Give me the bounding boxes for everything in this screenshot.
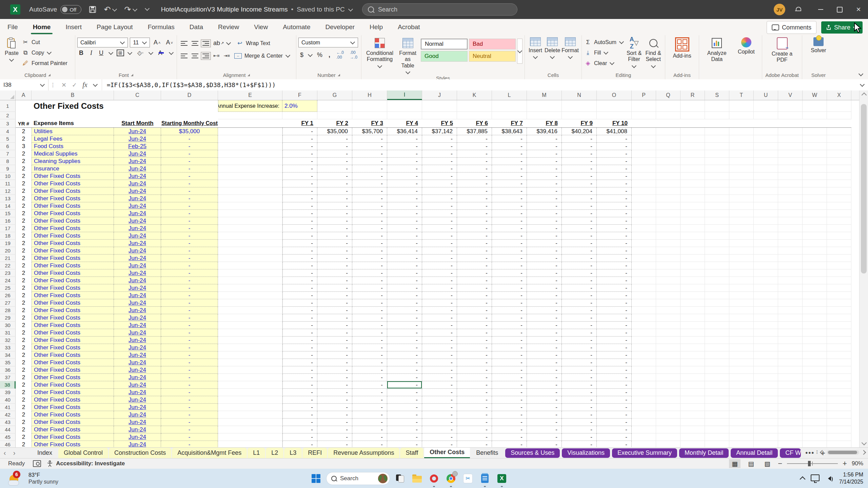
row-header-46[interactable]: 46 [0,441,16,447]
cell[interactable] [754,337,778,344]
underline-button[interactable]: U [97,49,105,57]
fy-value-cell[interactable]: - [457,262,492,269]
cell[interactable] [778,329,803,337]
yr-cell[interactable]: 2 [16,172,32,180]
fy-value-cell[interactable]: - [317,255,352,262]
cell[interactable] [218,404,282,411]
row-header-11[interactable]: 11 [0,180,16,187]
fy-value-cell[interactable]: - [492,337,527,344]
fy-value-cell[interactable]: - [562,135,597,143]
sort-filter-dropdown-icon[interactable] [632,63,636,68]
expense-item-cell[interactable]: Other Fixed Costs [32,195,114,202]
cell[interactable] [632,351,656,359]
fy-value-cell[interactable]: - [597,337,632,344]
fy-value-cell[interactable]: - [352,322,387,329]
cell[interactable] [827,292,851,299]
column-header-V[interactable]: V [778,90,803,100]
fy-value-cell[interactable]: - [492,404,527,411]
fy-value-cell[interactable]: - [387,150,422,158]
fy-value-cell[interactable]: - [457,202,492,210]
fy-value-cell[interactable]: - [387,433,422,441]
fy-value-cell[interactable]: - [527,143,562,150]
start-month-cell[interactable]: Jun-24 [114,255,161,262]
row-header-9[interactable]: 9 [0,165,16,172]
cell[interactable] [827,135,851,143]
cell[interactable] [754,100,778,112]
decrease-decimal-button[interactable]: .00→.0 [348,50,359,60]
close-button[interactable]: ✕ [849,0,868,19]
cell[interactable] [803,172,827,180]
row-header-8[interactable]: 8 [0,158,16,165]
notepad-button[interactable] [478,469,492,488]
fy-value-cell[interactable]: - [597,419,632,426]
cell[interactable] [218,396,282,404]
row-header-4[interactable]: 4 [0,128,16,135]
cell[interactable] [218,135,282,143]
start-month-cell[interactable]: Jun-24 [114,299,161,307]
cell[interactable] [729,419,754,426]
expense-item-cell[interactable]: Other Fixed Costs [32,359,114,366]
cell[interactable] [729,262,754,269]
merge-center-button[interactable]: ⇔ Merge & Center [234,51,290,61]
start-month-cell[interactable]: Jun-24 [114,247,161,255]
cell[interactable] [729,135,754,143]
cell[interactable] [754,255,778,262]
fill-color-dropdown-icon[interactable] [149,50,153,55]
cell[interactable] [803,210,827,217]
cell[interactable] [803,195,827,202]
cell[interactable] [754,344,778,351]
fy-value-cell[interactable]: - [562,404,597,411]
format-cells-dropdown-icon[interactable] [568,54,573,59]
fy-value-cell[interactable]: - [527,262,562,269]
cell[interactable] [803,329,827,337]
cell[interactable] [754,195,778,202]
undo-button[interactable]: ↶ [104,5,117,14]
fy-value-cell[interactable]: - [422,255,457,262]
expense-item-cell[interactable]: Other Fixed Costs [32,202,114,210]
start-month-cell[interactable]: Jun-24 [114,419,161,426]
cell[interactable] [632,329,656,337]
monthly-cost-cell[interactable]: - [161,337,218,344]
cell[interactable] [729,277,754,284]
monthly-cost-cell[interactable]: - [161,381,218,389]
column-header-L[interactable]: L [492,90,527,100]
column-header-K[interactable]: K [457,90,492,100]
cell[interactable] [656,366,680,374]
fy-value-cell[interactable]: - [597,284,632,292]
cell[interactable] [656,180,680,187]
fy-value-cell[interactable]: - [317,292,352,299]
fy-value-cell[interactable]: - [527,247,562,255]
fy-value-cell[interactable]: - [527,210,562,217]
cell[interactable] [218,307,282,314]
cell[interactable] [632,284,656,292]
align-top-button[interactable] [181,41,188,46]
fy-value-cell[interactable]: - [562,351,597,359]
cell[interactable] [754,359,778,366]
fy-value-cell[interactable]: - [352,180,387,187]
vertical-scroll-thumb[interactable] [861,104,867,273]
fy-value-cell[interactable]: - [527,187,562,195]
cell[interactable] [680,389,705,396]
cell[interactable] [803,119,827,128]
column-header-C[interactable]: C [114,90,161,100]
cell[interactable] [680,433,705,441]
fy-value-cell[interactable]: - [387,404,422,411]
fy-value-cell[interactable]: - [457,247,492,255]
cell[interactable] [680,344,705,351]
fy-value-cell[interactable]: - [422,247,457,255]
fy-value-cell[interactable]: - [282,374,317,381]
cell[interactable] [680,232,705,240]
fy-value-cell[interactable]: - [597,359,632,366]
fy-value-cell[interactable]: - [282,307,317,314]
cell[interactable] [754,158,778,165]
cell[interactable] [632,119,656,128]
expense-item-cell[interactable]: Utilities [32,128,114,135]
cell[interactable] [705,351,729,359]
fy-value-cell[interactable]: - [457,329,492,337]
yr-cell[interactable]: 2 [16,299,32,307]
cell[interactable] [632,100,656,112]
start-month-cell[interactable]: Jun-24 [114,225,161,232]
fy-value-cell[interactable]: - [527,337,562,344]
yr-cell[interactable]: 2 [16,411,32,419]
fy-value-cell[interactable]: - [562,441,597,447]
